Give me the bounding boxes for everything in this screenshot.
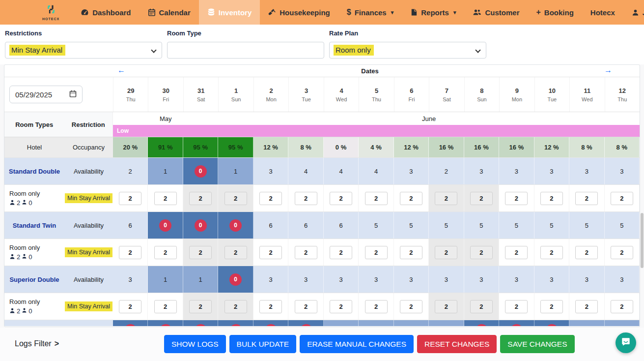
room-type-name[interactable]: Standard Twin — [4, 212, 64, 239]
min-stay-input[interactable] — [400, 300, 422, 313]
min-stay-input[interactable] — [119, 246, 141, 259]
nav-item-booking[interactable]: +Booking — [528, 0, 582, 25]
chat-widget-button[interactable] — [616, 332, 636, 353]
min-stay-input[interactable] — [259, 246, 282, 259]
room-type-input[interactable] — [167, 42, 324, 59]
top-navbar: HOTECX DashboardCalendarInventoryHouseke… — [0, 0, 644, 25]
rate-plan-filter: Rate Plan Room only — [329, 30, 486, 59]
nav-item-customer[interactable]: Customer — [464, 0, 528, 25]
min-stay-input[interactable] — [470, 300, 493, 313]
occupancy-cell: 16 % — [464, 137, 499, 157]
bulk-update-button[interactable]: BULK UPDATE — [229, 335, 297, 353]
min-stay-input[interactable] — [540, 246, 563, 259]
min-stay-input[interactable] — [154, 246, 177, 259]
min-stay-input[interactable] — [365, 246, 388, 259]
min-stay-input[interactable] — [611, 300, 633, 313]
min-stay-input[interactable] — [295, 246, 317, 259]
min-stay-input[interactable] — [259, 300, 282, 313]
min-stay-input[interactable] — [400, 246, 422, 259]
min-stay-input[interactable] — [575, 192, 598, 205]
dates-title: Dates — [361, 67, 378, 75]
nav-item-calendar[interactable]: Calendar — [140, 0, 199, 25]
date-picker[interactable] — [9, 86, 83, 103]
min-stay-input[interactable] — [295, 300, 317, 313]
room-type-name[interactable]: Standard Double — [4, 158, 64, 184]
min-stay-input[interactable] — [189, 246, 212, 259]
min-stay-cell — [429, 185, 464, 211]
user-icon — [632, 9, 639, 16]
min-stay-input[interactable] — [575, 300, 598, 313]
room-type-filter: Room Type — [167, 30, 324, 59]
min-stay-cell — [499, 293, 534, 320]
date-weekday: Fri — [163, 96, 169, 102]
min-stay-input[interactable] — [224, 246, 247, 259]
min-stay-input[interactable] — [505, 192, 528, 205]
date-picker-input[interactable] — [15, 90, 62, 99]
min-stay-input[interactable] — [435, 300, 457, 313]
date-number: 7 — [445, 87, 448, 94]
month-right: MayJune Low — [113, 112, 640, 137]
restrictions-select[interactable]: Min Stay Arrival — [5, 42, 162, 59]
min-stay-input[interactable] — [119, 192, 141, 205]
min-stay-input[interactable] — [575, 246, 598, 259]
min-stay-input[interactable] — [470, 192, 493, 205]
min-stay-input[interactable] — [224, 192, 247, 205]
nav-item-finances[interactable]: $Finances▾ — [338, 0, 402, 25]
month-label-text: June — [422, 115, 436, 122]
erase-manual-changes-button[interactable]: ERASE MANUAL CHANGES — [300, 335, 414, 353]
min-stay-cell — [253, 185, 288, 211]
min-stay-input[interactable] — [259, 192, 282, 205]
rate-plan-select[interactable]: Room only — [329, 42, 486, 59]
logs-filter-toggle[interactable]: Logs Filter> — [15, 339, 59, 348]
reset-changes-button[interactable]: RESET CHANGES — [417, 335, 497, 353]
zero-availability-badge — [546, 324, 558, 326]
min-stay-input[interactable] — [154, 300, 177, 313]
brand-text: HOTECX — [42, 17, 59, 21]
min-stay-input[interactable] — [330, 300, 352, 313]
min-stay-input[interactable] — [189, 300, 212, 313]
min-stay-input[interactable] — [330, 246, 352, 259]
availability-cell: 6 — [324, 212, 359, 239]
min-stay-input[interactable] — [295, 192, 317, 205]
vertical-scrollbar-thumb[interactable] — [641, 213, 644, 268]
gauge-icon — [81, 8, 89, 17]
availability-cell: 0 — [148, 212, 183, 239]
min-stay-input[interactable] — [365, 192, 388, 205]
save-changes-button[interactable]: SAVE CHANGES — [500, 335, 574, 353]
previous-dates-arrow-icon[interactable]: ← — [117, 66, 125, 75]
min-stay-input[interactable] — [505, 300, 528, 313]
min-stay-input[interactable] — [119, 300, 141, 313]
action-buttons: SHOW LOGSBULK UPDATEERASE MANUAL CHANGES… — [164, 335, 575, 353]
occupancy-cell: 12 % — [253, 137, 288, 157]
min-stay-input[interactable] — [540, 300, 563, 313]
min-stay-input[interactable] — [330, 192, 352, 205]
nav-item-inventory[interactable]: Inventory — [199, 0, 260, 25]
min-stay-input[interactable] — [365, 300, 388, 313]
nav-item-dashboard[interactable]: Dashboard — [72, 0, 139, 25]
min-stay-input[interactable] — [435, 192, 457, 205]
nav-item-label: Hotecx — [590, 8, 615, 17]
nav-item-user[interactable]: Jutharat▾ — [623, 0, 644, 25]
min-stay-input[interactable] — [435, 246, 457, 259]
plus-icon: + — [536, 8, 540, 17]
min-stay-input[interactable] — [611, 246, 633, 259]
nav-item-hotecx[interactable]: Hotecx — [582, 0, 623, 25]
min-stay-input[interactable] — [540, 192, 563, 205]
nav-item-reports[interactable]: Reports▾ — [402, 0, 464, 25]
min-stay-input[interactable] — [189, 192, 212, 205]
min-stay-cell — [113, 293, 148, 320]
date-column-header: 5Thu — [359, 77, 393, 112]
nav-item-housekeeping[interactable]: Housekeeping — [260, 0, 338, 25]
min-stay-input[interactable] — [611, 192, 633, 205]
brand-logo[interactable]: HOTECX — [42, 0, 59, 25]
min-stay-input[interactable] — [154, 192, 177, 205]
date-column-header: 29Thu — [113, 77, 148, 112]
room-type-name[interactable]: Superior Double — [4, 266, 64, 293]
show-logs-button[interactable]: SHOW LOGS — [164, 335, 226, 353]
min-stay-input[interactable] — [224, 300, 247, 313]
next-dates-arrow-icon[interactable]: → — [604, 66, 612, 75]
min-stay-input[interactable] — [470, 246, 493, 259]
availability-cell: 3 — [253, 158, 288, 184]
min-stay-input[interactable] — [505, 246, 528, 259]
min-stay-input[interactable] — [400, 192, 422, 205]
